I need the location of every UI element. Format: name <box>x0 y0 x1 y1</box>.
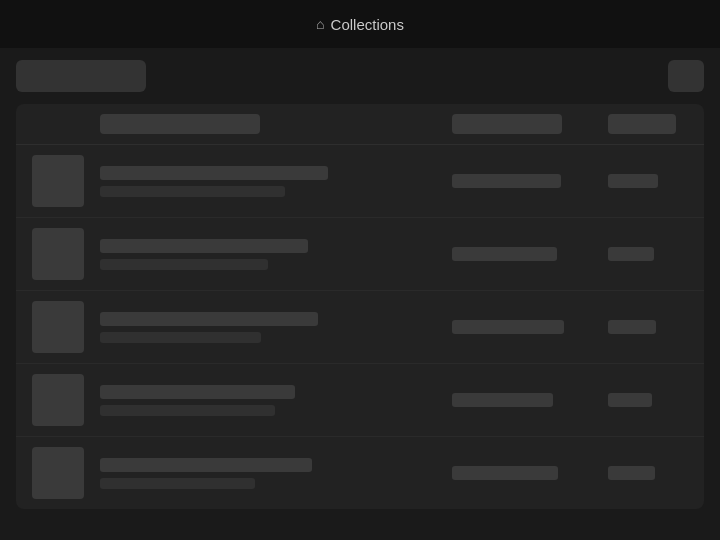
row-type-cell <box>608 247 688 261</box>
row-thumbnail <box>32 447 84 499</box>
row-type-cell <box>608 174 688 188</box>
table-header-type <box>608 114 688 134</box>
row-thumbnail <box>32 228 84 280</box>
row-thumbnail <box>32 155 84 207</box>
row-type-cell <box>608 466 688 480</box>
row-name-cell <box>100 166 436 197</box>
home-icon: ⌂ <box>316 16 324 32</box>
row-date-cell <box>452 320 592 334</box>
row-type-cell <box>608 320 688 334</box>
row-date-cell <box>452 466 592 480</box>
table-row[interactable] <box>16 218 704 291</box>
row-date-cell <box>452 393 592 407</box>
table-row[interactable] <box>16 291 704 364</box>
table-row[interactable] <box>16 145 704 218</box>
table-row[interactable] <box>16 437 704 509</box>
header-title: Collections <box>331 16 404 33</box>
row-type-cell <box>608 393 688 407</box>
row-date-cell <box>452 247 592 261</box>
toolbar <box>0 48 720 104</box>
row-name-cell <box>100 239 436 270</box>
more-options-button[interactable] <box>668 60 704 92</box>
header: ⌂ Collections <box>0 0 720 48</box>
table-row[interactable] <box>16 364 704 437</box>
row-name-cell <box>100 458 436 489</box>
row-name-cell <box>100 312 436 343</box>
row-thumbnail <box>32 301 84 353</box>
table-header-name <box>100 114 436 134</box>
collections-table <box>16 104 704 509</box>
table-header <box>16 104 704 145</box>
primary-action-button[interactable] <box>16 60 146 92</box>
row-date-cell <box>452 174 592 188</box>
table-header-date <box>452 114 592 134</box>
row-thumbnail <box>32 374 84 426</box>
row-name-cell <box>100 385 436 416</box>
